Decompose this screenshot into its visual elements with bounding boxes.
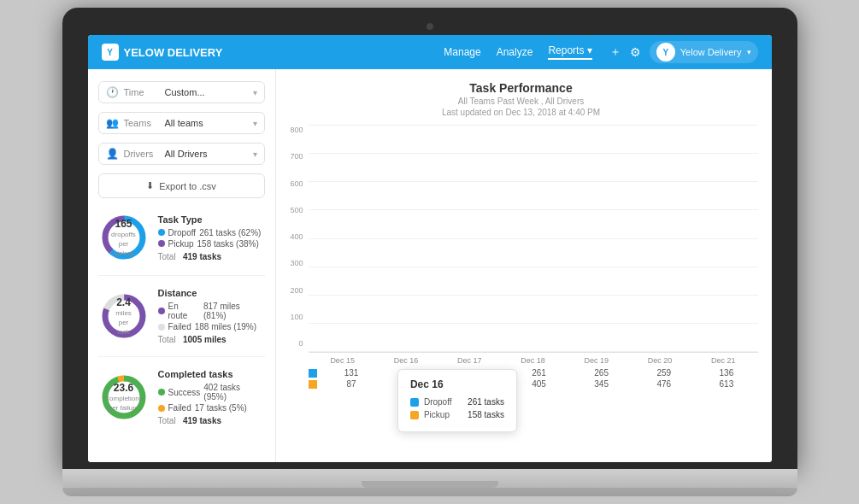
metric-title: Completed tasks	[158, 369, 265, 379]
bars-wrapper: Dec 16 Dropoff 261 tasks Pickup 158 task…	[309, 126, 758, 365]
metric-dot	[158, 389, 165, 396]
sidebar: 🕐 Time Custom... ▾ 👥 Teams All teams ▾ 👤…	[88, 69, 276, 462]
rows-wrap: 1311581312612652591368726028840534547661…	[309, 368, 758, 389]
metric-dot	[158, 240, 165, 247]
time-value: Custom...	[165, 87, 248, 97]
tooltip-row-pickup: Pickup 158 tasks	[410, 410, 504, 419]
drivers-value: All Drivers	[165, 149, 248, 159]
nav-reports[interactable]: Reports ▾	[548, 44, 591, 60]
add-icon[interactable]: ＋	[609, 44, 621, 60]
blue-row-icon	[309, 369, 317, 378]
metric-row-value: 158 tasks (38%)	[197, 239, 259, 249]
grid-line	[309, 181, 758, 182]
donut-task-type: 165 dropoffs perpickup	[98, 212, 150, 263]
donut-completed: 23.6 Completionsper failure	[98, 372, 150, 423]
metric-row-label: Dropoff	[168, 228, 197, 237]
metric-info-distance: Distance En route 817 miles (81%) Failed…	[158, 288, 265, 344]
grid-line	[309, 267, 758, 267]
x-label: Dec 18	[507, 356, 558, 365]
x-labels: Dec 15Dec 16Dec 17Dec 18Dec 19Dec 20Dec …	[309, 353, 758, 365]
donut-label-distance: 2.4 miles pertask	[111, 296, 137, 337]
teams-icon: 👥	[106, 117, 119, 129]
y-label: 600	[290, 179, 303, 188]
donut-label-completed: 23.6 Completionsper failure	[104, 382, 142, 413]
tooltip-row-dropoff: Dropoff 261 tasks	[410, 397, 504, 407]
donut-distance: 2.4 miles pertask	[98, 290, 150, 342]
metric-row-label: Success	[168, 388, 201, 397]
y-label: 100	[290, 313, 303, 321]
y-label: 700	[290, 152, 303, 161]
data-rows: 1311581312612652591368726028840534547661…	[285, 368, 758, 389]
chart-title: Task Performance	[285, 81, 758, 95]
time-chevron-icon: ▾	[253, 88, 257, 97]
grid-line	[309, 238, 758, 239]
metric-dot	[158, 405, 165, 412]
donut-number: 165	[115, 218, 132, 230]
gear-icon[interactable]: ⚙	[630, 45, 641, 59]
blue-cell: 136	[695, 368, 757, 378]
x-label: Dec 17	[444, 356, 495, 365]
metric-row: Failed 17 tasks (5%)	[158, 403, 265, 413]
camera	[427, 23, 433, 30]
brand-name: YELOW DELIVERY	[124, 46, 223, 59]
y-label: 500	[290, 206, 303, 214]
export-button[interactable]: ⬇ Export to .csv	[98, 173, 265, 198]
y-label: 300	[290, 259, 303, 267]
tooltip: Dec 16 Dropoff 261 tasks Pickup 158 task…	[397, 369, 517, 432]
metric-row-value: 261 tasks (62%)	[199, 228, 261, 237]
avatar: Y	[656, 43, 675, 62]
y-label: 200	[290, 286, 303, 295]
laptop-base	[62, 469, 797, 488]
drivers-filter[interactable]: 👤 Drivers All Drivers ▾	[98, 143, 265, 165]
teams-filter[interactable]: 👥 Teams All teams ▾	[98, 112, 265, 134]
blue-cell: 131	[321, 368, 383, 378]
orange-cell: 476	[632, 379, 695, 389]
nav-links: Manage Analyze Reports ▾	[444, 44, 591, 60]
grid-line	[309, 125, 758, 126]
donut-number: 23.6	[114, 382, 133, 394]
orange-cell: 87	[321, 379, 383, 389]
metric-row-label: Pickup	[168, 239, 194, 249]
export-down-icon: ⬇	[146, 180, 154, 191]
tooltip-pickup-label: Pickup	[424, 410, 462, 419]
grid-line	[309, 209, 758, 210]
nav-analyze[interactable]: Analyze	[497, 46, 533, 58]
metric-row-value: 17 tasks (5%)	[195, 403, 247, 413]
bars-area: Dec 16 Dropoff 261 tasks Pickup 158 task…	[309, 126, 758, 353]
nav-manage[interactable]: Manage	[444, 46, 480, 58]
metric-row: Failed 188 miles (19%)	[158, 322, 265, 331]
brand: Y YELOW DELIVERY	[102, 44, 223, 61]
driver-icon: 👤	[106, 148, 119, 160]
metric-row: Pickup 158 tasks (38%)	[158, 239, 265, 249]
time-filter[interactable]: 🕐 Time Custom... ▾	[98, 81, 265, 103]
y-label: 0	[298, 339, 303, 348]
donut-label-task-type: 165 dropoffs perpickup	[111, 218, 137, 258]
metric-card-completed: 23.6 Completionsper failure Completed ta…	[98, 369, 265, 437]
y-label: 800	[290, 126, 303, 134]
metric-dot	[158, 308, 165, 314]
metric-row-label: Failed	[168, 403, 191, 413]
metric-title: Distance	[158, 288, 265, 298]
metric-total: Total 419 tasks	[158, 416, 265, 425]
grid-lines	[309, 126, 758, 352]
teams-label: Teams	[124, 118, 160, 128]
main-content: 🕐 Time Custom... ▾ 👥 Teams All teams ▾ 👤…	[88, 69, 772, 462]
drivers-label: Drivers	[124, 149, 160, 159]
metric-row-value: 402 tasks (95%)	[203, 383, 264, 401]
tooltip-dot-blue	[410, 398, 419, 407]
metric-row: Dropoff 261 tasks (62%)	[158, 228, 265, 237]
tooltip-pickup-value: 158 tasks	[468, 410, 504, 419]
nav-actions: ＋ ⚙ Y Yelow Delivery ▾	[609, 41, 758, 63]
user-badge[interactable]: Y Yelow Delivery ▾	[650, 41, 758, 63]
brand-icon: Y	[102, 44, 119, 61]
drivers-chevron-icon: ▾	[253, 149, 257, 159]
orange-cell: 345	[570, 379, 632, 389]
teams-chevron-icon: ▾	[253, 119, 257, 128]
metric-title: Task Type	[158, 214, 265, 225]
x-label: Dec 15	[317, 356, 368, 365]
chart-container: 8007006005004003002001000 Dec 16 Dropoff…	[285, 126, 758, 365]
metric-card-distance: 2.4 miles pertask Distance En route 817 …	[98, 288, 265, 357]
metric-info-task-type: Task Type Dropoff 261 tasks (62%) Pickup…	[158, 214, 265, 261]
metric-row-label: En route	[168, 302, 200, 320]
tooltip-dot-orange	[410, 411, 419, 419]
